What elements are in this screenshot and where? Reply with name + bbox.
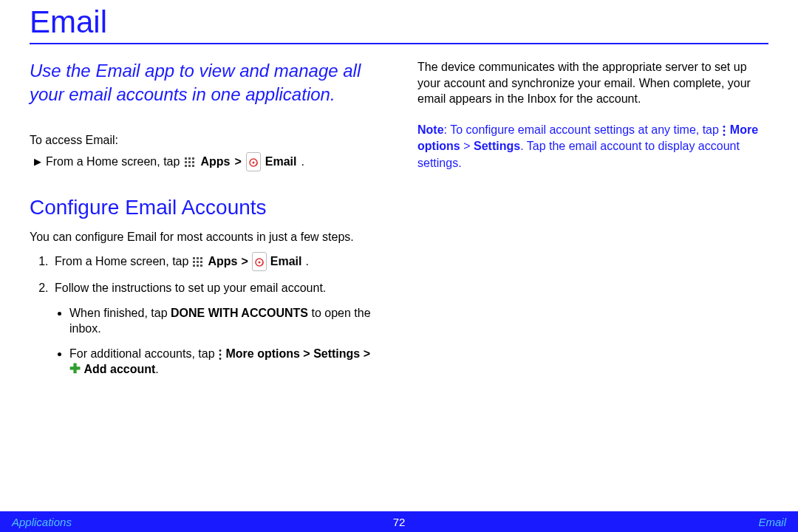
svg-rect-11 <box>193 257 195 259</box>
svg-point-23 <box>219 353 222 355</box>
dot: . <box>155 363 158 375</box>
gt: > <box>241 253 248 270</box>
text: Follow the instructions to set up your e… <box>55 282 326 294</box>
svg-point-10 <box>252 162 254 164</box>
gt: > <box>360 347 370 360</box>
svg-point-25 <box>723 126 726 128</box>
email-label: Email <box>265 154 297 170</box>
svg-rect-4 <box>188 161 191 163</box>
gt: > <box>460 140 474 152</box>
apps-grid-icon <box>192 253 204 270</box>
apps-label: Apps <box>208 253 237 270</box>
gt: > <box>234 154 241 170</box>
svg-rect-0 <box>185 157 187 160</box>
step-2: Follow the instructions to set up your e… <box>52 280 381 378</box>
email-label: Email <box>270 253 302 270</box>
dot: . <box>305 253 308 270</box>
dot: . <box>301 154 304 170</box>
sync-para: The device communicates with the appropr… <box>417 59 768 107</box>
svg-rect-14 <box>193 261 195 263</box>
svg-rect-18 <box>197 265 199 267</box>
triangle-bullet-icon: ▶ <box>34 155 41 168</box>
text: When finished, tap <box>69 307 171 319</box>
svg-rect-3 <box>185 161 187 163</box>
settings-label: Settings <box>474 140 520 152</box>
step-1: From a Home screen, tap Apps > <box>52 252 381 271</box>
svg-rect-5 <box>192 161 194 163</box>
page-number: 72 <box>393 516 406 528</box>
apps-grid-icon <box>184 154 196 170</box>
text: For additional accounts, tap <box>69 347 218 360</box>
svg-point-24 <box>219 358 222 360</box>
plus-icon: ✚ <box>69 361 81 376</box>
more-options-icon <box>218 347 222 360</box>
svg-rect-15 <box>197 261 199 263</box>
svg-rect-6 <box>185 165 187 167</box>
page-footer: Applications 72 Email <box>0 511 798 532</box>
intro-text: Use the Email app to view and manage all… <box>30 59 381 107</box>
apps-label: Apps <box>200 154 230 170</box>
settings-label: Settings <box>313 347 360 360</box>
add-account-label: Add account <box>83 363 155 375</box>
email-app-icon <box>252 252 267 271</box>
note-block: Note: To configure email account setting… <box>417 122 768 171</box>
svg-rect-17 <box>193 265 195 267</box>
svg-rect-1 <box>188 157 191 160</box>
sub-b: For additional accounts, tap More option… <box>69 346 381 378</box>
footer-right: Email <box>758 516 786 528</box>
svg-rect-13 <box>200 257 202 259</box>
done-label: DONE WITH ACCOUNTS <box>171 307 308 319</box>
left-column: Use the Email app to view and manage all… <box>30 59 381 386</box>
text: From a Home screen, tap <box>46 154 180 170</box>
svg-rect-2 <box>192 157 194 160</box>
gt: > <box>300 347 313 360</box>
text: : To configure email account settings at… <box>444 123 723 136</box>
footer-left: Applications <box>12 516 72 528</box>
text: From a Home screen, tap <box>55 253 188 270</box>
section-configure-para: You can configure Email for most account… <box>30 229 381 245</box>
svg-rect-19 <box>200 265 202 267</box>
more-options-label: More options <box>225 347 299 360</box>
more-options-icon <box>722 123 726 136</box>
content-columns: Use the Email app to view and manage all… <box>30 59 768 386</box>
svg-point-22 <box>219 349 222 352</box>
note-label: Note <box>417 123 444 136</box>
svg-point-26 <box>723 129 726 132</box>
svg-rect-16 <box>200 261 202 263</box>
sub-bullets: When finished, tap DONE WITH ACCOUNTS to… <box>55 305 381 378</box>
sub-a: When finished, tap DONE WITH ACCOUNTS to… <box>69 305 381 337</box>
right-column: The device communicates with the appropr… <box>417 59 768 386</box>
svg-rect-12 <box>197 257 199 259</box>
steps-list: From a Home screen, tap Apps > <box>30 252 381 378</box>
access-instruction: ▶ From a Home screen, tap Apps > Email. <box>30 152 381 171</box>
access-lead: To access Email: <box>30 132 381 149</box>
svg-rect-8 <box>192 165 194 167</box>
page-title: Email <box>30 0 768 44</box>
svg-point-27 <box>723 134 726 136</box>
svg-rect-7 <box>188 165 191 167</box>
svg-point-21 <box>258 262 260 264</box>
section-configure-title: Configure Email Accounts <box>30 194 381 222</box>
email-app-icon <box>246 152 261 171</box>
